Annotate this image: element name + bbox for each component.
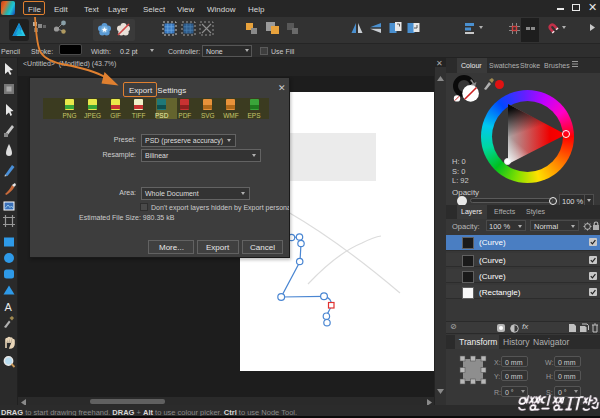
- svg-text:A: A: [5, 301, 13, 313]
